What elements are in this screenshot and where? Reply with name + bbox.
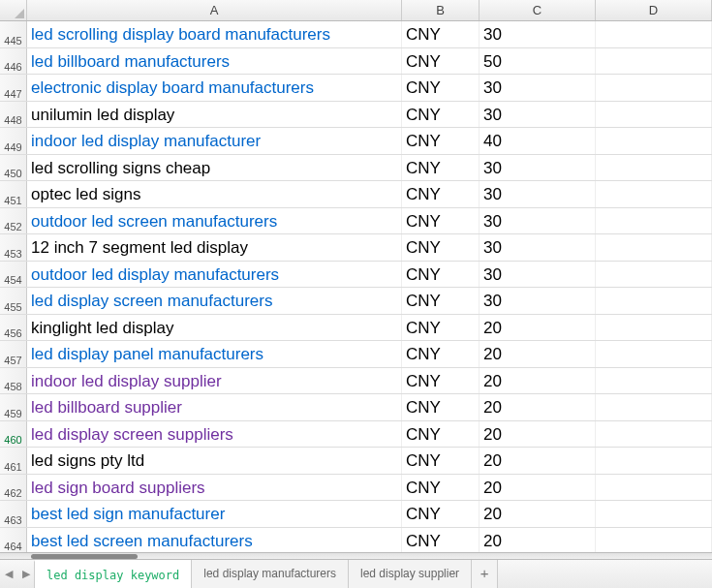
cell-c[interactable]: 30 <box>480 262 596 288</box>
cell-a[interactable]: indoor led display supplier <box>27 368 402 394</box>
row-head[interactable]: 449 <box>0 128 27 154</box>
cell-d[interactable] <box>596 181 712 207</box>
cell-b[interactable]: CNY <box>402 48 480 75</box>
cell-c[interactable]: 20 <box>480 448 596 474</box>
h-scrollbar[interactable] <box>0 552 712 560</box>
cell-b[interactable]: CNY <box>402 262 480 288</box>
cell-c[interactable]: 20 <box>480 368 596 394</box>
cell-a[interactable]: outdoor led screen manufacturers <box>27 208 402 234</box>
cell-a[interactable]: best led screen manufacturers <box>27 528 402 554</box>
cell-d[interactable] <box>596 368 712 394</box>
cell-c[interactable]: 20 <box>480 501 596 527</box>
row-head[interactable]: 446 <box>0 48 27 75</box>
h-scroll-thumb[interactable] <box>31 554 138 559</box>
cell-b[interactable]: CNY <box>402 341 480 367</box>
cell-a[interactable]: led display panel manufacturers <box>27 341 402 367</box>
cell-a[interactable]: unilumin led display <box>27 102 402 128</box>
cell-a[interactable]: led scrolling display board manufacturer… <box>27 21 402 47</box>
cell-b[interactable]: CNY <box>402 368 480 394</box>
row-head[interactable]: 453 <box>0 234 27 261</box>
cell-a[interactable]: led sign board suppliers <box>27 475 402 501</box>
cell-d[interactable] <box>596 475 712 501</box>
cell-a[interactable]: electronic display board manufacturers <box>27 75 402 101</box>
row-head[interactable]: 464 <box>0 528 27 554</box>
cell-d[interactable] <box>596 102 712 128</box>
cell-c[interactable]: 30 <box>480 288 596 314</box>
cell-b[interactable]: CNY <box>402 208 480 234</box>
row-head[interactable]: 447 <box>0 75 27 101</box>
cell-d[interactable] <box>596 128 712 154</box>
row-head[interactable]: 457 <box>0 341 27 367</box>
cell-c[interactable]: 20 <box>480 315 596 341</box>
cell-d[interactable] <box>596 501 712 527</box>
cell-a[interactable]: outdoor led display manufacturers <box>27 262 402 288</box>
cell-c[interactable]: 50 <box>480 48 596 75</box>
cell-d[interactable] <box>596 208 712 234</box>
cell-c[interactable]: 30 <box>480 21 596 47</box>
cell-d[interactable] <box>596 315 712 341</box>
tab-nav-next[interactable]: ▶ <box>17 560 35 588</box>
row-head[interactable]: 450 <box>0 155 27 181</box>
row-head[interactable]: 452 <box>0 208 27 234</box>
cell-c[interactable]: 20 <box>480 475 596 501</box>
cell-c[interactable]: 20 <box>480 421 596 448</box>
spreadsheet-grid[interactable]: 445led scrolling display board manufactu… <box>0 21 712 557</box>
cell-b[interactable]: CNY <box>402 181 480 207</box>
cell-c[interactable]: 20 <box>480 394 596 420</box>
row-head[interactable]: 445 <box>0 21 27 47</box>
row-head[interactable]: 460 <box>0 421 27 448</box>
cell-b[interactable]: CNY <box>402 128 480 154</box>
sheet-tab-active[interactable]: led display keyword <box>34 560 192 588</box>
cell-a[interactable]: led display screen suppliers <box>27 421 402 448</box>
tab-nav-prev[interactable]: ◀ <box>0 560 17 588</box>
col-head-c[interactable]: C <box>480 0 596 20</box>
cell-b[interactable]: CNY <box>402 21 480 47</box>
cell-d[interactable] <box>596 234 712 261</box>
cell-d[interactable] <box>596 262 712 288</box>
row-head[interactable]: 458 <box>0 368 27 394</box>
cell-d[interactable] <box>596 528 712 554</box>
cell-d[interactable] <box>596 155 712 181</box>
select-all-corner[interactable] <box>0 0 27 20</box>
col-head-a[interactable]: A <box>27 0 402 20</box>
cell-b[interactable]: CNY <box>402 75 480 101</box>
cell-b[interactable]: CNY <box>402 421 480 448</box>
cell-a[interactable]: kinglight led display <box>27 315 402 341</box>
cell-c[interactable]: 30 <box>480 208 596 234</box>
row-head[interactable]: 456 <box>0 315 27 341</box>
cell-d[interactable] <box>596 448 712 474</box>
cell-b[interactable]: CNY <box>402 448 480 474</box>
cell-a[interactable]: indoor led display manufacturer <box>27 128 402 154</box>
cell-c[interactable]: 30 <box>480 181 596 207</box>
cell-b[interactable]: CNY <box>402 528 480 554</box>
cell-b[interactable]: CNY <box>402 288 480 314</box>
row-head[interactable]: 461 <box>0 448 27 474</box>
row-head[interactable]: 455 <box>0 288 27 314</box>
cell-a[interactable]: led signs pty ltd <box>27 448 402 474</box>
cell-b[interactable]: CNY <box>402 475 480 501</box>
cell-a[interactable]: optec led signs <box>27 181 402 207</box>
row-head[interactable]: 448 <box>0 102 27 128</box>
cell-d[interactable] <box>596 421 712 448</box>
cell-a[interactable]: led billboard supplier <box>27 394 402 420</box>
cell-b[interactable]: CNY <box>402 234 480 261</box>
cell-d[interactable] <box>596 288 712 314</box>
sheet-tab-1[interactable]: led display manufacturers <box>191 560 349 588</box>
cell-a[interactable]: best led sign manufacturer <box>27 501 402 527</box>
cell-c[interactable]: 30 <box>480 75 596 101</box>
row-head[interactable]: 459 <box>0 394 27 420</box>
cell-d[interactable] <box>596 341 712 367</box>
cell-d[interactable] <box>596 48 712 75</box>
cell-c[interactable]: 30 <box>480 102 596 128</box>
sheet-tab-2[interactable]: led display supplier <box>348 560 472 588</box>
cell-c[interactable]: 20 <box>480 341 596 367</box>
cell-d[interactable] <box>596 394 712 420</box>
cell-c[interactable]: 30 <box>480 234 596 261</box>
col-head-d[interactable]: D <box>596 0 712 20</box>
row-head[interactable]: 454 <box>0 262 27 288</box>
row-head[interactable]: 463 <box>0 501 27 527</box>
cell-a[interactable]: led display screen manufacturers <box>27 288 402 314</box>
cell-d[interactable] <box>596 75 712 101</box>
row-head[interactable]: 462 <box>0 475 27 501</box>
cell-b[interactable]: CNY <box>402 315 480 341</box>
